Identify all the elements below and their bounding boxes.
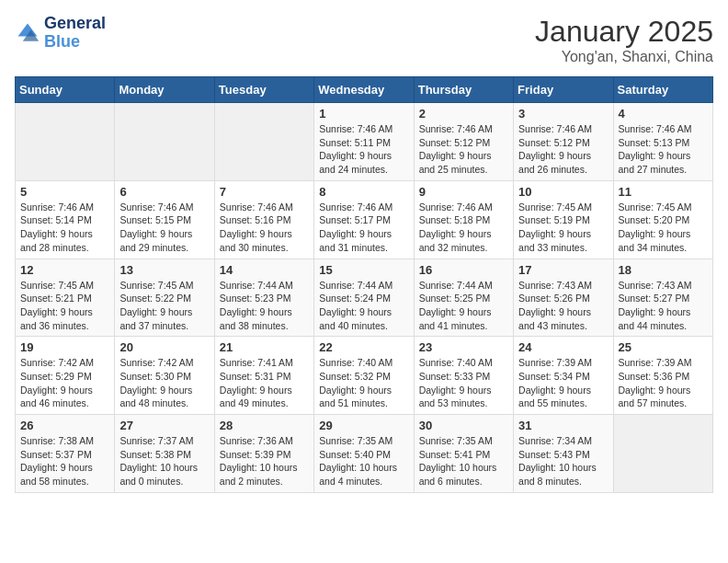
day-number: 15 bbox=[319, 263, 408, 277]
calendar-subtitle: Yong'an, Shanxi, China bbox=[535, 49, 713, 65]
calendar-cell: 12Sunrise: 7:45 AM Sunset: 5:21 PM Dayli… bbox=[16, 259, 115, 337]
calendar-cell: 3Sunrise: 7:46 AM Sunset: 5:12 PM Daylig… bbox=[514, 103, 613, 181]
day-info: Sunrise: 7:43 AM Sunset: 5:27 PM Dayligh… bbox=[619, 279, 708, 333]
calendar-cell: 8Sunrise: 7:46 AM Sunset: 5:17 PM Daylig… bbox=[314, 180, 414, 259]
day-number: 9 bbox=[419, 185, 508, 199]
calendar-cell: 16Sunrise: 7:44 AM Sunset: 5:25 PM Dayli… bbox=[414, 259, 513, 337]
day-number: 1 bbox=[319, 107, 408, 121]
calendar-cell: 2Sunrise: 7:46 AM Sunset: 5:12 PM Daylig… bbox=[414, 103, 513, 181]
calendar-cell: 5Sunrise: 7:46 AM Sunset: 5:14 PM Daylig… bbox=[16, 180, 115, 259]
calendar-week-5: 26Sunrise: 7:38 AM Sunset: 5:37 PM Dayli… bbox=[16, 415, 713, 493]
calendar-cell: 24Sunrise: 7:39 AM Sunset: 5:34 PM Dayli… bbox=[514, 337, 613, 415]
day-number: 7 bbox=[220, 185, 309, 199]
day-info: Sunrise: 7:44 AM Sunset: 5:23 PM Dayligh… bbox=[220, 279, 309, 333]
calendar-title: January 2025 bbox=[535, 15, 713, 49]
page-header: General Blue January 2025 Yong'an, Shanx… bbox=[15, 15, 713, 65]
day-info: Sunrise: 7:46 AM Sunset: 5:14 PM Dayligh… bbox=[20, 201, 109, 255]
logo: General Blue bbox=[15, 15, 106, 52]
day-info: Sunrise: 7:46 AM Sunset: 5:12 PM Dayligh… bbox=[419, 122, 508, 177]
weekday-header-monday: Monday bbox=[115, 77, 214, 103]
calendar-header-row: SundayMondayTuesdayWednesdayThursdayFrid… bbox=[16, 77, 713, 103]
day-info: Sunrise: 7:42 AM Sunset: 5:29 PM Dayligh… bbox=[20, 356, 109, 410]
day-info: Sunrise: 7:46 AM Sunset: 5:17 PM Dayligh… bbox=[319, 201, 408, 255]
logo-icon bbox=[15, 20, 40, 46]
day-info: Sunrise: 7:46 AM Sunset: 5:13 PM Dayligh… bbox=[619, 122, 708, 177]
day-info: Sunrise: 7:39 AM Sunset: 5:36 PM Dayligh… bbox=[619, 356, 708, 410]
day-number: 11 bbox=[619, 185, 708, 199]
day-info: Sunrise: 7:34 AM Sunset: 5:43 PM Dayligh… bbox=[518, 434, 608, 488]
calendar-cell: 15Sunrise: 7:44 AM Sunset: 5:24 PM Dayli… bbox=[314, 259, 414, 337]
day-number: 3 bbox=[518, 107, 608, 121]
weekday-header-wednesday: Wednesday bbox=[314, 77, 414, 103]
calendar-week-2: 5Sunrise: 7:46 AM Sunset: 5:14 PM Daylig… bbox=[16, 180, 713, 259]
calendar-cell: 17Sunrise: 7:43 AM Sunset: 5:26 PM Dayli… bbox=[514, 259, 613, 337]
day-info: Sunrise: 7:45 AM Sunset: 5:20 PM Dayligh… bbox=[619, 201, 708, 255]
day-info: Sunrise: 7:44 AM Sunset: 5:24 PM Dayligh… bbox=[319, 279, 408, 333]
calendar-week-4: 19Sunrise: 7:42 AM Sunset: 5:29 PM Dayli… bbox=[16, 337, 713, 415]
day-info: Sunrise: 7:43 AM Sunset: 5:26 PM Dayligh… bbox=[518, 279, 608, 333]
day-info: Sunrise: 7:39 AM Sunset: 5:34 PM Dayligh… bbox=[518, 356, 608, 410]
calendar-cell: 26Sunrise: 7:38 AM Sunset: 5:37 PM Dayli… bbox=[16, 415, 115, 493]
day-info: Sunrise: 7:38 AM Sunset: 5:37 PM Dayligh… bbox=[20, 434, 109, 488]
day-number: 2 bbox=[419, 107, 508, 121]
day-info: Sunrise: 7:44 AM Sunset: 5:25 PM Dayligh… bbox=[419, 279, 508, 333]
day-number: 17 bbox=[518, 263, 608, 277]
day-number: 8 bbox=[319, 185, 408, 199]
day-number: 20 bbox=[119, 340, 209, 354]
calendar-cell: 27Sunrise: 7:37 AM Sunset: 5:38 PM Dayli… bbox=[115, 415, 214, 493]
day-number: 4 bbox=[619, 107, 708, 121]
calendar-cell: 19Sunrise: 7:42 AM Sunset: 5:29 PM Dayli… bbox=[16, 337, 115, 415]
calendar-cell: 13Sunrise: 7:45 AM Sunset: 5:22 PM Dayli… bbox=[115, 259, 214, 337]
day-info: Sunrise: 7:45 AM Sunset: 5:19 PM Dayligh… bbox=[518, 201, 608, 255]
calendar-cell bbox=[115, 103, 214, 181]
calendar-table: SundayMondayTuesdayWednesdayThursdayFrid… bbox=[15, 76, 713, 493]
day-info: Sunrise: 7:46 AM Sunset: 5:18 PM Dayligh… bbox=[419, 201, 508, 255]
day-number: 30 bbox=[419, 419, 508, 432]
calendar-cell: 29Sunrise: 7:35 AM Sunset: 5:40 PM Dayli… bbox=[314, 415, 414, 493]
day-number: 25 bbox=[619, 340, 708, 354]
weekday-header-friday: Friday bbox=[514, 77, 613, 103]
day-number: 24 bbox=[518, 340, 608, 354]
day-info: Sunrise: 7:35 AM Sunset: 5:41 PM Dayligh… bbox=[419, 434, 508, 488]
day-info: Sunrise: 7:45 AM Sunset: 5:22 PM Dayligh… bbox=[119, 279, 209, 333]
day-number: 21 bbox=[220, 340, 309, 354]
calendar-cell: 1Sunrise: 7:46 AM Sunset: 5:11 PM Daylig… bbox=[314, 103, 414, 181]
day-number: 6 bbox=[119, 185, 209, 199]
calendar-week-3: 12Sunrise: 7:45 AM Sunset: 5:21 PM Dayli… bbox=[16, 259, 713, 337]
calendar-cell bbox=[613, 415, 712, 493]
day-number: 26 bbox=[20, 419, 109, 432]
weekday-header-tuesday: Tuesday bbox=[214, 77, 313, 103]
day-info: Sunrise: 7:40 AM Sunset: 5:32 PM Dayligh… bbox=[319, 356, 408, 410]
day-info: Sunrise: 7:41 AM Sunset: 5:31 PM Dayligh… bbox=[220, 356, 309, 410]
calendar-cell: 30Sunrise: 7:35 AM Sunset: 5:41 PM Dayli… bbox=[414, 415, 513, 493]
calendar-cell: 28Sunrise: 7:36 AM Sunset: 5:39 PM Dayli… bbox=[214, 415, 313, 493]
day-number: 10 bbox=[518, 185, 608, 199]
day-number: 29 bbox=[319, 419, 408, 432]
day-number: 16 bbox=[419, 263, 508, 277]
day-number: 14 bbox=[220, 263, 309, 277]
day-info: Sunrise: 7:36 AM Sunset: 5:39 PM Dayligh… bbox=[220, 434, 309, 488]
calendar-cell bbox=[16, 103, 115, 181]
calendar-cell: 4Sunrise: 7:46 AM Sunset: 5:13 PM Daylig… bbox=[613, 103, 712, 181]
calendar-cell: 11Sunrise: 7:45 AM Sunset: 5:20 PM Dayli… bbox=[613, 180, 712, 259]
calendar-cell: 10Sunrise: 7:45 AM Sunset: 5:19 PM Dayli… bbox=[514, 180, 613, 259]
day-number: 22 bbox=[319, 340, 408, 354]
day-info: Sunrise: 7:35 AM Sunset: 5:40 PM Dayligh… bbox=[319, 434, 408, 488]
calendar-cell: 22Sunrise: 7:40 AM Sunset: 5:32 PM Dayli… bbox=[314, 337, 414, 415]
day-number: 31 bbox=[518, 419, 608, 432]
calendar-cell: 31Sunrise: 7:34 AM Sunset: 5:43 PM Dayli… bbox=[514, 415, 613, 493]
calendar-cell bbox=[214, 103, 313, 181]
day-number: 28 bbox=[220, 419, 309, 432]
day-number: 12 bbox=[20, 263, 109, 277]
calendar-cell: 6Sunrise: 7:46 AM Sunset: 5:15 PM Daylig… bbox=[115, 180, 214, 259]
day-info: Sunrise: 7:45 AM Sunset: 5:21 PM Dayligh… bbox=[20, 279, 109, 333]
day-number: 19 bbox=[20, 340, 109, 354]
calendar-cell: 7Sunrise: 7:46 AM Sunset: 5:16 PM Daylig… bbox=[214, 180, 313, 259]
day-info: Sunrise: 7:46 AM Sunset: 5:11 PM Dayligh… bbox=[319, 122, 408, 177]
calendar-cell: 9Sunrise: 7:46 AM Sunset: 5:18 PM Daylig… bbox=[414, 180, 513, 259]
weekday-header-sunday: Sunday bbox=[16, 77, 115, 103]
day-number: 5 bbox=[20, 185, 109, 199]
calendar-cell: 14Sunrise: 7:44 AM Sunset: 5:23 PM Dayli… bbox=[214, 259, 313, 337]
calendar-cell: 20Sunrise: 7:42 AM Sunset: 5:30 PM Dayli… bbox=[115, 337, 214, 415]
day-info: Sunrise: 7:37 AM Sunset: 5:38 PM Dayligh… bbox=[119, 434, 209, 488]
